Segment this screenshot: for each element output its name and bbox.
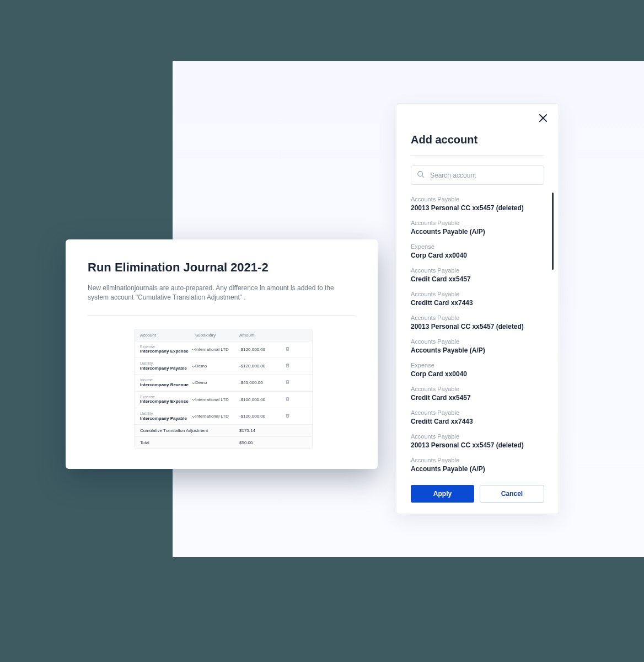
add-account-title: Add account xyxy=(411,134,544,146)
list-item-name: Corp Card xx0040 xyxy=(411,251,546,260)
list-item-name: Credit Card xx5457 xyxy=(411,393,546,402)
table-row: Expense Intercompany Expense Internation… xyxy=(135,392,312,408)
elimination-journal-modal: Run Elimination Journal 2021-2 New elimi… xyxy=(66,239,378,469)
list-item-name: Corp Card xx0040 xyxy=(411,370,546,378)
list-item-type: Expense xyxy=(411,361,546,370)
account-type: Liability xyxy=(140,361,187,366)
trash-icon[interactable] xyxy=(285,363,290,368)
amount-cell: -$120,000.00 xyxy=(239,364,278,369)
trash-icon[interactable] xyxy=(285,380,290,385)
list-item[interactable]: Accounts Payable 20013 Personal CC xx545… xyxy=(411,193,546,216)
table-row: Liability Intercompany Payable Internati… xyxy=(135,408,312,425)
list-item-name: Accounts Payable (A/P) xyxy=(411,346,546,355)
trash-icon[interactable] xyxy=(285,346,290,351)
scrollbar[interactable] xyxy=(552,193,554,270)
summary-row: Cumulative Translation Adjustment $175.1… xyxy=(135,425,312,437)
journal-description: New eliminationjournals are auto-prepare… xyxy=(88,284,347,303)
subsidiary-cell: International LTD xyxy=(195,397,239,402)
th-subsidiary: Subsidiary xyxy=(195,333,239,338)
journal-title: Run Elimination Journal 2021-2 xyxy=(88,260,356,275)
amount-cell: -$43,000.00 xyxy=(239,380,278,385)
trash-icon[interactable] xyxy=(285,397,290,402)
summary-amount: $175.14 xyxy=(239,428,278,433)
subsidiary-cell: Demo xyxy=(195,364,239,369)
list-item-type: Accounts Payable xyxy=(411,314,546,322)
list-item[interactable]: Accounts Payable Accounts Payable (A/P) xyxy=(411,453,546,477)
list-item[interactable]: Accounts Payable Credit Card xx5457 xyxy=(411,264,546,287)
list-item[interactable]: Expense Corp Card xx0040 xyxy=(411,359,546,382)
account-type: Expense xyxy=(140,345,189,349)
account-select[interactable]: Income Intercompany Revenue xyxy=(140,378,195,387)
list-item-type: Accounts Payable xyxy=(411,409,546,417)
list-item-name: Accounts Payable (A/P) xyxy=(411,227,546,236)
divider xyxy=(411,155,544,156)
account-type: Income xyxy=(140,378,189,382)
list-item-name: Credit Card xx5457 xyxy=(411,275,546,284)
list-item-type: Accounts Payable xyxy=(411,195,546,204)
list-item-type: Accounts Payable xyxy=(411,456,546,465)
list-item-name: 20013 Personal CC xx5457 (deleted) xyxy=(411,322,546,331)
table-row: Expense Intercompany Expense Internation… xyxy=(135,341,312,358)
account-select[interactable]: Expense Intercompany Expense xyxy=(140,345,195,354)
subsidiary-cell: Demo xyxy=(195,380,239,385)
cancel-button[interactable]: Cancel xyxy=(480,485,544,503)
add-account-panel: Add account Accounts Payable 20013 Perso… xyxy=(396,103,559,514)
th-amount: Amount xyxy=(239,333,278,338)
list-item[interactable]: Accounts Payable Creditt Card xx7443 xyxy=(411,406,546,430)
amount-cell: -$100,000.00 xyxy=(239,397,278,402)
list-item[interactable]: Accounts Payable 20013 Personal CC xx545… xyxy=(411,430,546,453)
list-item-type: Accounts Payable xyxy=(411,385,546,393)
account-name: Intercompany Payable xyxy=(140,366,187,371)
apply-button[interactable]: Apply xyxy=(411,485,474,503)
account-list[interactable]: Accounts Payable 20013 Personal CC xx545… xyxy=(411,193,554,477)
table-header-row: Account Subsidiary Amount xyxy=(135,329,312,341)
list-item-name: 20013 Personal CC xx5457 (deleted) xyxy=(411,441,546,450)
list-item-name: Creditt Card xx7443 xyxy=(411,417,546,426)
account-select[interactable]: Liability Intercompany Payable xyxy=(140,412,195,421)
list-item-type: Accounts Payable xyxy=(411,266,546,275)
th-account: Account xyxy=(140,333,195,338)
summary-row: Total $50.00 xyxy=(135,437,312,449)
account-name: Intercompany Payable xyxy=(140,416,187,421)
account-name: Intercompany Revenue xyxy=(140,382,189,388)
list-item[interactable]: Accounts Payable Credit Card xx5457 xyxy=(411,382,546,406)
list-item-type: Accounts Payable xyxy=(411,433,546,441)
table-row: Liability Intercompany Payable Demo -$12… xyxy=(135,358,312,375)
account-type: Liability xyxy=(140,412,187,416)
subsidiary-cell: International LTD xyxy=(195,347,239,352)
summary-label: Cumulative Translation Adjustment xyxy=(140,428,239,433)
account-name: Intercompany Expense xyxy=(140,399,189,404)
amount-cell: -$120,000.00 xyxy=(239,414,278,419)
list-item-type: Accounts Payable xyxy=(411,290,546,298)
list-item-type: Expense xyxy=(411,243,546,251)
list-item[interactable]: Expense Corp Card xx0040 xyxy=(411,240,546,264)
account-name: Intercompany Expense xyxy=(140,349,189,354)
list-item[interactable]: Accounts Payable Creditt Card xx7443 xyxy=(411,287,546,311)
search-input[interactable] xyxy=(430,172,538,179)
list-item-type: Accounts Payable xyxy=(411,338,546,346)
divider xyxy=(88,315,356,316)
list-item[interactable]: Accounts Payable 20013 Personal CC xx545… xyxy=(411,311,546,335)
list-item[interactable]: Accounts Payable Accounts Payable (A/P) xyxy=(411,335,546,359)
list-item-name: Accounts Payable (A/P) xyxy=(411,465,546,473)
summary-label: Total xyxy=(140,440,239,445)
journal-table: Account Subsidiary Amount Expense Interc… xyxy=(134,329,313,449)
close-icon[interactable] xyxy=(538,113,549,124)
summary-amount: $50.00 xyxy=(239,440,278,445)
trash-icon[interactable] xyxy=(285,413,290,418)
list-item-name: Creditt Card xx7443 xyxy=(411,298,546,307)
amount-cell: -$120,000.00 xyxy=(239,347,278,352)
account-select[interactable]: Expense Intercompany Expense xyxy=(140,395,195,404)
table-row: Income Intercompany Revenue Demo -$43,00… xyxy=(135,375,312,391)
account-select[interactable]: Liability Intercompany Payable xyxy=(140,361,195,371)
account-type: Expense xyxy=(140,395,189,399)
list-item-name: 20013 Personal CC xx5457 (deleted) xyxy=(411,204,546,212)
search-icon xyxy=(417,170,430,180)
search-input-wrap[interactable] xyxy=(411,166,544,185)
list-item-type: Accounts Payable xyxy=(411,219,546,227)
list-item[interactable]: Accounts Payable Accounts Payable (A/P) xyxy=(411,216,546,240)
subsidiary-cell: International LTD xyxy=(195,414,239,419)
